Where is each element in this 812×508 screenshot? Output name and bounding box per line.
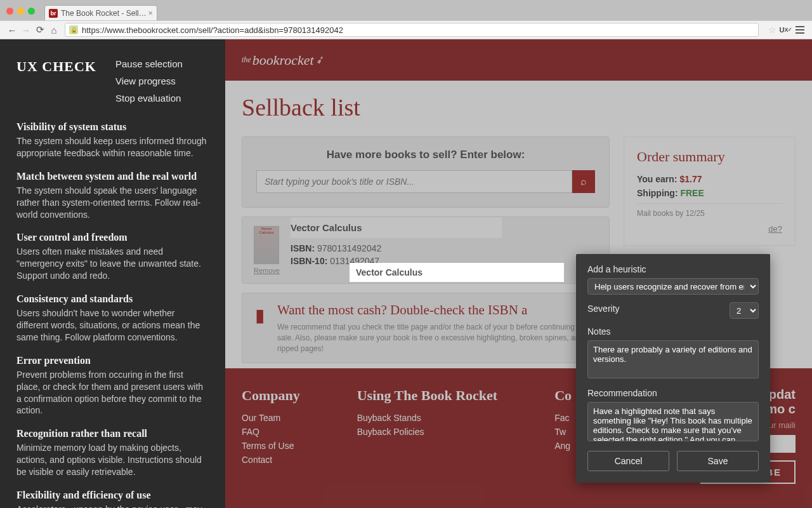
promo-link[interactable]: de? — [637, 224, 782, 234]
footer-link[interactable]: Buyback Policies — [357, 427, 497, 437]
lock-icon: 🔒 — [69, 25, 78, 34]
selected-element-highlight[interactable]: Vector Calculus — [350, 263, 564, 282]
book-thumbnail: Vector Calculus — [254, 226, 279, 264]
home-icon[interactable]: ⌂ — [47, 23, 61, 37]
order-summary: Order summary You earn: $1.77 Shipping: … — [624, 137, 796, 246]
heuristic-title[interactable]: Match between system and the real world — [16, 171, 209, 182]
footer-link[interactable]: Ang — [554, 441, 572, 451]
remove-book-link[interactable]: Remove — [254, 267, 279, 274]
heuristic-body: Users often make mistakes and need "emer… — [16, 246, 209, 282]
heuristic-title[interactable]: Consistency and standards — [16, 293, 209, 305]
logo-arrow-icon: ➶ — [313, 53, 325, 67]
stop-evaluation-link[interactable]: Stop evaluation — [115, 93, 183, 104]
heuristic-select[interactable]: Help users recognize and recover from er — [587, 278, 759, 295]
menu-icon[interactable] — [793, 23, 807, 37]
heuristic-body: The system should keep users informed th… — [16, 135, 209, 159]
footer-link[interactable]: Contact — [242, 455, 300, 465]
view-progress-link[interactable]: View progress — [115, 76, 183, 86]
isbn-value: 9780131492042 — [317, 243, 381, 253]
footer-link[interactable]: Terms of Use — [242, 441, 300, 451]
earn-value: $1.77 — [679, 174, 702, 184]
footer-link[interactable]: Buyback Stands — [357, 413, 497, 423]
close-window-icon[interactable] — [6, 8, 13, 15]
ship-value: FREE — [680, 188, 704, 198]
cash-tip-body: We recommend that you check the title pa… — [277, 322, 598, 354]
site-logo[interactable]: the bookrocket ➶ — [242, 52, 324, 69]
isbn-label: ISBN: — [291, 243, 315, 253]
footer-link[interactable]: Tw — [554, 427, 572, 437]
severity-select[interactable]: 2 — [730, 302, 759, 319]
footer-company-title: Company — [242, 387, 300, 404]
forward-icon[interactable]: → — [19, 23, 33, 37]
recommendation-textarea[interactable] — [587, 402, 759, 441]
heuristic-title[interactable]: Flexibility and efficiency of use — [16, 490, 209, 501]
isbn10-label: ISBN-10: — [291, 256, 327, 266]
footer-link[interactable]: Our Team — [242, 413, 300, 423]
logo-the: the — [242, 55, 251, 65]
add-heuristic-label: Add a heuristic — [587, 264, 759, 274]
heuristic-title[interactable]: Visibility of system status — [16, 121, 209, 133]
heuristic-title[interactable]: Recognition rather than recall — [16, 428, 209, 439]
cash-tip-title: Want the most cash? Double-check the ISB… — [277, 302, 598, 318]
ux-check-sidebar: UX CHECK Pause selection View progress S… — [0, 39, 225, 508]
search-button[interactable]: ⌕ — [572, 170, 595, 193]
book-search-input[interactable] — [256, 170, 572, 193]
footer-link[interactable]: FAQ — [242, 427, 300, 437]
page-title: Sellback list — [242, 93, 796, 121]
notes-textarea[interactable] — [587, 340, 759, 378]
tab-title: The Book Rocket - Sell yo — [61, 9, 148, 18]
reload-icon[interactable]: ⟳ — [33, 23, 47, 37]
book-title[interactable]: Vector Calculus — [291, 217, 502, 238]
sidebar-title: UX CHECK — [16, 58, 96, 104]
minimize-window-icon[interactable] — [17, 8, 24, 15]
site-header: the bookrocket ➶ — [225, 39, 812, 81]
footer-connect-title: Co — [554, 387, 572, 404]
search-panel: Have more books to sell? Enter below: ⌕ — [242, 137, 610, 208]
notes-label: Notes — [587, 326, 759, 337]
cash-tip-panel: ▮ Want the most cash? Double-check the I… — [242, 293, 610, 363]
tab-strip: br The Book Rocket - Sell yo × — [44, 5, 806, 20]
heuristic-title[interactable]: Error prevention — [16, 355, 209, 366]
heuristic-popup: Add a heuristic Help users recognize and… — [576, 254, 770, 483]
browser-tab[interactable]: br The Book Rocket - Sell yo × — [44, 5, 157, 20]
ship-label: Shipping: — [637, 188, 678, 198]
browser-toolbar: ← → ⟳ ⌂ 🔒 https://www.thebookrocket.com/… — [0, 20, 812, 39]
favicon-icon: br — [49, 9, 58, 18]
ux-check-extension-icon[interactable]: UX✓ — [779, 23, 793, 37]
heuristic-body: Accelerators - unseen by the novice user… — [16, 504, 209, 508]
url-text: https://www.thebookrocket.com/sell/?acti… — [82, 25, 343, 35]
heuristic-body: Prevent problems from occuring in the fi… — [16, 369, 209, 417]
pause-selection-link[interactable]: Pause selection — [115, 58, 183, 69]
book-icon: ▮ — [254, 302, 266, 328]
search-prompt: Have more books to sell? Enter below: — [256, 149, 595, 161]
heuristic-title[interactable]: User control and freedom — [16, 232, 209, 243]
cancel-button[interactable]: Cancel — [587, 451, 669, 471]
back-icon[interactable]: ← — [5, 23, 19, 37]
window-traffic-lights — [6, 8, 35, 15]
bookmark-star-icon[interactable]: ☆ — [765, 23, 779, 37]
logo-main: bookrocket — [252, 52, 314, 69]
footer-using-title: Using The Book Rocket — [357, 387, 497, 404]
save-button[interactable]: Save — [677, 451, 759, 471]
recommendation-label: Recommendation — [587, 388, 759, 398]
address-bar[interactable]: 🔒 https://www.thebookrocket.com/sell/?ac… — [65, 23, 759, 37]
heuristic-body: Users shouldn't have to wonder whether d… — [16, 307, 209, 344]
heuristic-body: Minimize memory load by making objects, … — [16, 442, 209, 478]
heuristic-body: The system should speak the users' langu… — [16, 185, 209, 221]
search-icon: ⌕ — [580, 176, 587, 187]
maximize-window-icon[interactable] — [28, 8, 35, 15]
tab-close-icon[interactable]: × — [148, 8, 153, 18]
footer-link[interactable]: Fac — [554, 413, 572, 423]
earn-label: You earn: — [637, 174, 678, 184]
severity-label: Severity — [587, 304, 620, 314]
summary-title: Order summary — [637, 149, 782, 165]
mail-by: Mail books by 12/25 — [637, 203, 782, 218]
